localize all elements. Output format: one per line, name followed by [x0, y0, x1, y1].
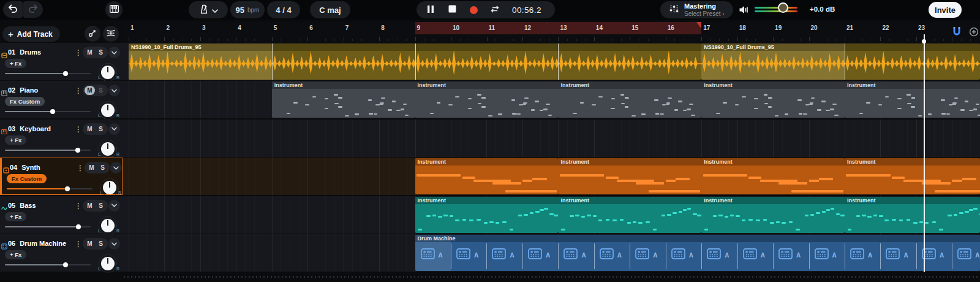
drum-pad-icon[interactable] — [957, 248, 971, 262]
volume-slider[interactable] — [5, 264, 91, 265]
clip[interactable]: Instrument — [558, 197, 701, 233]
track-menu-button[interactable]: ⋮ — [75, 85, 82, 96]
pan-knob[interactable] — [101, 142, 115, 156]
mute-button[interactable]: M — [85, 201, 95, 210]
volume-slider-handle[interactable] — [65, 186, 70, 191]
volume-slider-handle[interactable] — [76, 224, 81, 229]
mute-button[interactable]: M — [85, 239, 95, 248]
clip[interactable]: Instrument — [701, 158, 845, 194]
volume-slider[interactable] — [5, 226, 91, 227]
volume-slider[interactable] — [5, 111, 91, 112]
clip[interactable]: Instrument — [845, 197, 980, 233]
playhead[interactable] — [924, 34, 925, 272]
mastering-button[interactable]: Mastering Select Preset › — [660, 1, 733, 18]
mute-button[interactable]: M — [86, 163, 97, 172]
track-collapse-button[interactable] — [108, 200, 120, 212]
track-header-drums[interactable]: 01Drums ⋮ M S + Fx L R — [0, 43, 123, 80]
pan-knob[interactable] — [101, 219, 115, 232]
speaker-icon[interactable] — [739, 5, 750, 17]
fx-chip[interactable]: + Fx — [5, 135, 26, 145]
undo-button[interactable] — [3, 1, 23, 18]
record-button[interactable] — [464, 2, 483, 18]
drum-pad-icon[interactable] — [850, 248, 864, 262]
loop-button[interactable] — [486, 2, 504, 18]
drum-pad-icon[interactable] — [886, 248, 900, 262]
clip[interactable]: Instrument — [701, 82, 845, 118]
solo-button[interactable]: S — [96, 239, 106, 248]
mute-button[interactable]: M — [85, 48, 95, 57]
drum-pad-icon[interactable] — [456, 248, 470, 262]
redo-button[interactable] — [23, 1, 43, 18]
bpm-display[interactable]: 95 bpm — [230, 1, 265, 18]
track-collapse-button[interactable] — [108, 85, 120, 96]
drum-pad-icon[interactable] — [564, 248, 578, 262]
volume-slider-handle[interactable] — [63, 71, 68, 76]
timeline-row-drums[interactable]: NS1990_10_Full Drums_95 NS1990_10_Full D… — [123, 43, 980, 80]
pan-knob[interactable] — [101, 104, 115, 117]
fx-chip[interactable]: Fx Custom — [7, 174, 47, 183]
solo-button[interactable]: S — [96, 201, 106, 210]
solo-button[interactable]: S — [96, 48, 106, 57]
solo-button[interactable]: S — [96, 124, 106, 134]
key-display[interactable]: C maj — [310, 1, 350, 18]
drum-pad-icon[interactable] — [815, 248, 829, 262]
clip[interactable]: NS1990_10_Full Drums_95 — [129, 44, 701, 80]
drum-pad-icon[interactable] — [778, 248, 793, 262]
volume-slider-handle[interactable] — [50, 109, 55, 114]
timeline-ruler[interactable]: 1234567891011121314151617181920212223 — [123, 22, 980, 43]
stop-button[interactable] — [443, 2, 461, 18]
effects-button[interactable] — [103, 26, 119, 42]
track-header-keyboard[interactable]: 03Keyboard ⋮ M S + Fx L R — [0, 120, 123, 157]
track-menu-button[interactable]: ⋮ — [75, 47, 82, 58]
fx-chip[interactable]: Fx Custom — [5, 97, 45, 106]
pan-knob[interactable] — [101, 66, 115, 79]
clip[interactable]: Instrument — [558, 82, 701, 118]
clip[interactable]: Instrument — [415, 82, 559, 118]
volume-slider-handle[interactable] — [63, 262, 68, 267]
clip[interactable]: Instrument — [415, 158, 559, 194]
timeline-row-piano[interactable]: Instrument Instrument Instrument Instrum… — [123, 81, 980, 118]
track-collapse-button[interactable] — [108, 123, 120, 135]
solo-button[interactable]: S — [96, 86, 106, 95]
clip[interactable]: Instrument — [845, 82, 980, 118]
timeline-row-drum_machine[interactable]: A A A A A A A A A A A A A A A A — [123, 234, 980, 272]
pause-button[interactable] — [421, 2, 440, 18]
drum-pad-icon[interactable] — [743, 248, 757, 262]
drum-pad-icon[interactable] — [421, 248, 435, 262]
mute-button[interactable]: M — [85, 86, 95, 95]
volume-slider[interactable] — [5, 73, 91, 74]
clip[interactable]: Instrument — [701, 197, 845, 233]
clip[interactable]: Instrument — [415, 197, 559, 233]
solo-button[interactable]: S — [97, 163, 108, 172]
time-signature[interactable]: 4 / 4 — [267, 1, 300, 18]
drum-pad-icon[interactable] — [528, 248, 542, 262]
track-collapse-button[interactable] — [110, 162, 122, 173]
tuning-key-button[interactable] — [85, 26, 100, 42]
clip[interactable]: Instrument — [845, 158, 980, 194]
track-header-piano[interactable]: 02Piano ⋮ M S Fx Custom L R — [0, 81, 123, 118]
fx-chip[interactable]: + Fx — [5, 212, 26, 221]
volume-slider[interactable] — [5, 150, 91, 151]
metronome-button[interactable] — [189, 1, 228, 18]
track-header-bass[interactable]: 05Bass ⋮ M S + Fx L R — [0, 196, 123, 234]
pan-knob[interactable] — [103, 181, 116, 194]
fx-chip[interactable]: + Fx — [5, 59, 26, 68]
track-header-drum_machine[interactable]: 06Drum Machine ⋮ M S + Fx L R — [0, 234, 123, 272]
volume-slider[interactable] — [7, 188, 92, 189]
piano-button[interactable] — [105, 1, 123, 18]
master-volume-knob[interactable] — [778, 2, 788, 13]
track-collapse-button[interactable] — [108, 238, 120, 250]
track-menu-button[interactable]: ⋮ — [75, 200, 82, 212]
track-menu-button[interactable]: ⋮ — [77, 162, 84, 173]
add-track-button[interactable]: + Add Track — [2, 26, 60, 42]
timeline-row-synth[interactable]: Instrument Instrument Instrument Instrum… — [123, 158, 980, 195]
clip[interactable]: Instrument — [558, 158, 701, 194]
clip[interactable]: Instrument — [272, 82, 415, 118]
horizontal-scrollbar[interactable] — [124, 276, 979, 278]
timeline-row-bass[interactable]: Instrument Instrument Instrument Instrum… — [123, 196, 980, 234]
fx-chip[interactable]: + Fx — [5, 250, 26, 259]
drum-pad-icon[interactable] — [707, 248, 721, 262]
magnet-snap-toggle[interactable] — [951, 26, 963, 40]
track-header-synth[interactable]: 04Synth ⋮ M S Fx Custom L R — [0, 158, 123, 195]
mute-button[interactable]: M — [85, 124, 95, 134]
